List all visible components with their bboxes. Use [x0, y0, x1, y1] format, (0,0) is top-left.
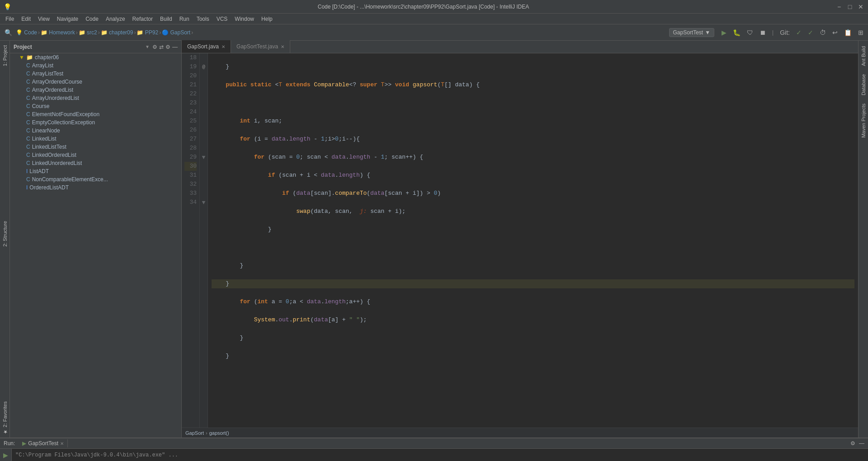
class-icon: C: [26, 87, 30, 93]
tree-item-label: ListADT: [29, 168, 49, 174]
folder-icon: 📁: [26, 54, 33, 61]
tab-gapsort-java[interactable]: GapSort.java ✕: [182, 40, 231, 53]
stop-button[interactable]: ⏹: [758, 28, 768, 37]
run-output-line-1: "C:\Program Files\Java\jdk-9.0.4\bin\jav…: [15, 451, 864, 460]
tree-item-label: chapter06: [35, 54, 59, 61]
fold-marker[interactable]: ▼: [202, 154, 206, 161]
menu-analyze[interactable]: Analyze: [102, 15, 129, 23]
search-everywhere-icon[interactable]: 🔍: [3, 28, 14, 37]
maximize-button[interactable]: □: [846, 3, 854, 10]
project-panel-header: Project ▼ ⚙ ⇄ ⚙ —: [10, 41, 181, 53]
tree-item-label: ElementNotFoundException: [32, 111, 99, 118]
breadcrumb-src2[interactable]: 📁 src2: [79, 29, 97, 36]
menu-navigate[interactable]: Navigate: [53, 15, 82, 23]
right-tab-maven[interactable]: Maven Projects: [860, 100, 867, 141]
menu-window[interactable]: Window: [231, 15, 258, 23]
fold-marker-2[interactable]: ▼: [202, 199, 206, 206]
tree-class-arraylist[interactable]: C ArrayList: [10, 61, 181, 70]
tree-class-linkedlist[interactable]: C LinkedList: [10, 135, 181, 143]
tab-label: GapSortTest.java: [236, 43, 278, 50]
menu-run[interactable]: Run: [176, 15, 193, 23]
run-config-selector[interactable]: GapSortTest ▼: [669, 28, 715, 37]
vcs-menu-icon[interactable]: 📋: [842, 28, 854, 37]
tree-folder-chapter06[interactable]: ▼ 📁 chapter06: [10, 53, 181, 61]
coverage-button[interactable]: 🛡: [745, 28, 755, 37]
tree-class-elementnotfoundexception[interactable]: C ElementNotFoundException: [10, 110, 181, 118]
menu-code[interactable]: Code: [82, 15, 102, 23]
tree-interface-orderedlistADT[interactable]: I OrderedListADT: [10, 183, 181, 192]
vcs-extra-icon[interactable]: ⊞: [856, 28, 865, 37]
git-checkmark-green[interactable]: ✓: [794, 28, 803, 37]
project-collapse-icon[interactable]: —: [172, 44, 178, 50]
breadcrumb-homework[interactable]: 📁 Homework: [41, 29, 75, 36]
tree-interface-listADT[interactable]: I ListADT: [10, 167, 181, 175]
breadcrumb-gapsort[interactable]: 🔵 GapSort: [162, 29, 190, 36]
tree-item-label: ArrayOrderedCourse: [32, 79, 82, 85]
project-gear-icon[interactable]: ⇄: [159, 44, 164, 50]
tree-class-course[interactable]: C Course: [10, 102, 181, 110]
class-icon: C: [26, 71, 30, 77]
tree-class-arrayorderedcourse[interactable]: C ArrayOrderedCourse: [10, 78, 181, 86]
panel-settings-icon[interactable]: ⚙: [850, 440, 855, 447]
right-tab-database[interactable]: Database: [860, 71, 867, 99]
project-sync-icon[interactable]: ⚙: [152, 44, 157, 50]
tree-class-arraylisttest[interactable]: C ArrayListTest: [10, 70, 181, 78]
project-settings-icon[interactable]: ⚙: [165, 44, 170, 50]
tab-close-gapsort[interactable]: ✕: [222, 44, 225, 49]
class-icon: C: [26, 127, 30, 134]
git-history-icon[interactable]: ⏱: [818, 28, 828, 37]
toolbar-actions: ▶ 🐛 🛡 ⏹ | Git: ✓ ✓ ⏱ ↩ 📋 ⊞: [720, 28, 865, 37]
code-editor[interactable]: 18 19 20 21 22 23 24 25 26 27 28 29 30 3…: [182, 53, 858, 428]
menu-file[interactable]: File: [2, 15, 18, 23]
sidebar-tab-project[interactable]: 1: Project: [1, 42, 9, 69]
code-line-31: for (int a = 0;a < data.length;a++) {: [212, 297, 854, 306]
tree-class-arrayorderedlist[interactable]: C ArrayOrderedList: [10, 86, 181, 94]
tree-item-label: ArrayListTest: [32, 71, 63, 77]
code-content[interactable]: } public static <T extends Comparable<? …: [208, 53, 858, 428]
right-tab-ant-build[interactable]: Ant Build: [860, 42, 867, 70]
run-button[interactable]: ▶: [720, 28, 728, 37]
run-tab-gapsorttest[interactable]: ▶ GapSortTest ✕: [19, 439, 68, 447]
git-checkmark2[interactable]: ✓: [806, 28, 815, 37]
breadcrumb-class[interactable]: GapSort: [185, 430, 204, 436]
tab-close-gapsorttest[interactable]: ✕: [281, 44, 284, 49]
breadcrumb-pp92[interactable]: 📁 PP92: [137, 29, 158, 36]
run-tab-close-icon[interactable]: ✕: [60, 441, 64, 446]
tab-gapsorttest-java[interactable]: GapSortTest.java ✕: [231, 40, 290, 53]
run-config-dropdown-icon[interactable]: ▼: [705, 29, 710, 36]
tree-class-emptycollectionexception[interactable]: C EmptyCollectionException: [10, 118, 181, 127]
menu-build[interactable]: Build: [156, 15, 176, 23]
code-line-18: }: [212, 62, 854, 71]
tree-item-label: LinkedList: [32, 136, 57, 142]
git-revert-icon[interactable]: ↩: [830, 28, 840, 37]
class-icon: C: [26, 152, 30, 158]
menu-vcs[interactable]: VCS: [213, 15, 231, 23]
tree-class-noncomparableexception[interactable]: C NonComparableElementExce...: [10, 175, 181, 183]
menu-tools[interactable]: Tools: [193, 15, 213, 23]
editor-tabs: GapSort.java ✕ GapSortTest.java ✕: [182, 41, 858, 53]
menu-edit[interactable]: Edit: [18, 15, 34, 23]
window-title: Code [D:\Code] - ...\Homework\src2\chapt…: [11, 4, 835, 10]
menu-refactor[interactable]: Refactor: [129, 15, 156, 23]
breadcrumb-method[interactable]: gapsort(): [209, 430, 229, 436]
close-button[interactable]: ✕: [857, 3, 864, 10]
tree-class-linearnode[interactable]: C LinearNode: [10, 127, 181, 135]
tree-item-label: LinkedListTest: [32, 144, 66, 150]
class-icon: C: [26, 136, 30, 142]
menu-help[interactable]: Help: [258, 15, 276, 23]
tree-class-linkedlisttest[interactable]: C LinkedListTest: [10, 143, 181, 151]
tree-class-linkedorderedlist[interactable]: C LinkedOrderedList: [10, 151, 181, 159]
tree-class-linkedunorderedlist[interactable]: C LinkedUnorderedList: [10, 159, 181, 167]
sidebar-tab-structure[interactable]: 2: Structure: [1, 218, 9, 249]
sidebar-tab-favorites[interactable]: ★ 2: Favorites: [1, 399, 9, 437]
breadcrumb-chapter09[interactable]: 📁 chapter09: [101, 29, 133, 36]
tree-class-arrayunorderedlist[interactable]: C ArrayUnorderedList: [10, 94, 181, 102]
debug-button[interactable]: 🐛: [731, 28, 742, 37]
run-play-icon[interactable]: ▶: [2, 451, 9, 460]
run-panel-header: Run: ▶ GapSortTest ✕ ⚙ —: [0, 438, 868, 449]
menu-view[interactable]: View: [34, 15, 53, 23]
panel-minimize-icon[interactable]: —: [859, 440, 864, 447]
breadcrumb-code[interactable]: 💡 Code: [16, 29, 37, 36]
code-line-29: }: [212, 261, 854, 270]
minimize-button[interactable]: −: [835, 3, 843, 10]
